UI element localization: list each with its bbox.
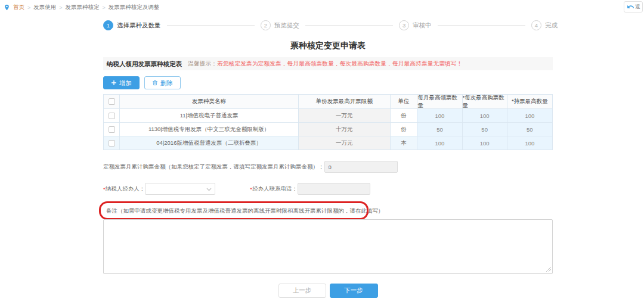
row-checkbox-cell <box>104 136 120 150</box>
delete-row-button[interactable]: 删除 <box>144 76 181 89</box>
unit-cell: 份 <box>391 109 418 122</box>
holding-max-input[interactable]: 100 <box>507 136 552 150</box>
step-label: 完成 <box>545 21 558 30</box>
remark-textarea[interactable] <box>103 219 553 274</box>
warning-tip-prefix: 温馨提示： <box>188 60 217 67</box>
header-checkbox-cell <box>104 95 120 108</box>
row-checkbox[interactable] <box>109 126 115 133</box>
unit-cell: 本 <box>391 136 418 150</box>
page-title: 票种核定变更申请表 <box>103 41 553 51</box>
table-row: 11|增值税电子普通发票 一万元 份 100 100 100 <box>104 109 552 123</box>
header-per-purchase-max: *每次最高购票数量 <box>463 95 507 108</box>
step-connector <box>167 25 255 26</box>
header-unit: 单位 <box>391 95 418 108</box>
holding-max-input[interactable]: 50 <box>507 123 552 136</box>
breadcrumb-separator: > <box>27 5 30 11</box>
phone-label: 经办人联系电话： <box>252 185 298 193</box>
row-checkbox[interactable] <box>109 113 115 119</box>
invoice-type-table: 发票种类名称 单份发票最高开票限额 单位 每月最高领票数量 *每次最高购票数量 … <box>103 94 553 150</box>
invoice-type-cell: 1130|增值税专用发票（中文三联无金额限制版） <box>120 123 299 136</box>
quota-amount-row: 定额发票月累计购票金额（如果您核定了定额发票，请填写定额发票月累计购票金额）： <box>103 161 553 173</box>
header-monthly-max: 每月最高领票数量 <box>417 95 462 108</box>
agent-select[interactable] <box>145 183 215 195</box>
phone-input[interactable] <box>298 183 370 195</box>
add-row-button-label: 增加 <box>119 79 132 86</box>
invoice-type-cell: 11|增值税电子普通发票 <box>120 109 299 122</box>
row-checkbox[interactable] <box>109 140 115 147</box>
table-header-row: 发票种类名称 单份发票最高开票限额 单位 每月最高领票数量 *每次最高购票数量 … <box>104 95 552 109</box>
agent-contact-row: * 纳税人经办人： * 经办人联系电话： <box>103 183 553 195</box>
monthly-max-input[interactable]: 50 <box>417 123 462 136</box>
trash-icon <box>152 80 158 86</box>
step-connector <box>305 25 393 26</box>
header-max-invoice-limit: 单份发票最高开票限额 <box>299 95 390 108</box>
quota-amount-label: 定额发票月累计购票金额（如果您核定了定额发票，请填写定额发票月累计购票金额）： <box>103 163 324 171</box>
main-form-container: 票种核定变更申请表 纳税人领用发票票种核定表 温馨提示： 若您核定发票为定额发票… <box>103 41 553 298</box>
warning-tip-text: 若您核定发票为定额发票，每月最高领票数量，每次最高购票数量，每月最高持票量无需填… <box>217 60 462 67</box>
table-toolbar: 增加 删除 <box>103 76 553 89</box>
step-preview-submit: 2 预览提交 <box>261 20 299 30</box>
remark-textarea-wrap <box>103 219 553 274</box>
table-row: 04|2016版增值税普通发票（二联折叠票） 一万元 本 100 100 100 <box>104 136 552 150</box>
warning-tip: 温馨提示： 若您核定发票为定额发票，每月最高领票数量，每次最高购票数量，每月最高… <box>188 60 462 67</box>
chevron-down-icon <box>206 188 212 191</box>
quota-amount-input[interactable] <box>324 161 398 173</box>
plus-icon <box>111 80 117 86</box>
return-button-label: 返 <box>636 4 641 11</box>
step-label: 审核中 <box>413 21 432 30</box>
step-under-review: 3 审核中 <box>399 20 432 30</box>
breadcrumb-home[interactable]: 首页 <box>13 4 24 11</box>
section-header-bar: 纳税人领用发票票种核定表 温馨提示： 若您核定发票为定额发票，每月最高领票数量，… <box>103 57 553 70</box>
per-purchase-max-input[interactable]: 50 <box>463 123 507 136</box>
unit-cell: 份 <box>391 123 418 136</box>
select-all-checkbox[interactable] <box>109 98 115 105</box>
previous-step-button[interactable]: 上一步 <box>278 284 326 298</box>
undo-arrow-icon <box>627 3 634 11</box>
step-connector <box>438 25 525 26</box>
top-bar: 首页 > 发票使用 > 发票票种核定 > 发票票种核定及调整 返 <box>0 0 644 14</box>
invoice-limit-cell: 十万元 <box>299 123 390 136</box>
table-row: 1130|增值税专用发票（中文三联无金额限制版） 十万元 份 50 50 50 <box>104 123 552 136</box>
header-holding-max: *持票最高数量 <box>507 95 552 108</box>
row-checkbox-cell <box>104 123 120 136</box>
next-step-button[interactable]: 下一步 <box>330 284 378 298</box>
add-row-button[interactable]: 增加 <box>103 76 140 89</box>
step-number: 1 <box>103 20 113 30</box>
breadcrumb-item-invoice-use[interactable]: 发票使用 <box>33 4 56 11</box>
step-label: 选择票种及数量 <box>117 21 161 30</box>
monthly-max-input[interactable]: 100 <box>417 109 462 122</box>
breadcrumb-item-invoice-type-check[interactable]: 发票票种核定 <box>66 4 100 11</box>
breadcrumb-item-current: 发票票种核定及调整 <box>109 4 160 11</box>
per-purchase-max-input[interactable]: 100 <box>463 136 507 150</box>
invoice-type-cell: 04|2016版增值税普通发票（二联折叠票） <box>120 136 299 150</box>
breadcrumb: 首页 > 发票使用 > 发票票种核定 > 发票票种核定及调整 <box>4 4 639 11</box>
location-pin-icon <box>4 4 10 11</box>
section-title: 纳税人领用发票票种核定表 <box>107 60 182 67</box>
delete-row-button-label: 删除 <box>160 79 173 86</box>
invoice-limit-cell: 一万元 <box>299 109 390 122</box>
return-button[interactable]: 返 <box>624 1 643 13</box>
step-number: 4 <box>531 20 541 30</box>
row-checkbox-cell <box>104 109 120 122</box>
per-purchase-max-input[interactable]: 100 <box>463 109 507 122</box>
monthly-max-input[interactable]: 100 <box>417 136 462 150</box>
agent-label: 纳税人经办人： <box>106 185 145 193</box>
remark-section: 备注（如需申请或变更增值税专用发票及增值税普通发票的离线开票时限和离线开票累计限… <box>103 207 553 274</box>
invoice-limit-cell: 一万元 <box>299 136 390 150</box>
footer-actions: 上一步 下一步 <box>103 284 553 298</box>
breadcrumb-separator: > <box>103 5 106 11</box>
header-invoice-type: 发票种类名称 <box>120 95 299 108</box>
step-number: 3 <box>399 20 409 30</box>
progress-stepper: 1 选择票种及数量 2 预览提交 3 审核中 4 完成 <box>103 20 558 30</box>
step-select-type-quantity: 1 选择票种及数量 <box>103 20 161 30</box>
step-number: 2 <box>261 20 271 30</box>
step-label: 预览提交 <box>274 21 299 30</box>
resize-grip-icon[interactable] <box>546 266 552 272</box>
remark-label: 备注（如需申请或变更增值税专用发票及增值税普通发票的离线开票时限和离线开票累计限… <box>103 207 553 215</box>
holding-max-input[interactable]: 100 <box>507 109 552 122</box>
step-complete: 4 完成 <box>531 20 558 30</box>
breadcrumb-separator: > <box>59 5 62 11</box>
